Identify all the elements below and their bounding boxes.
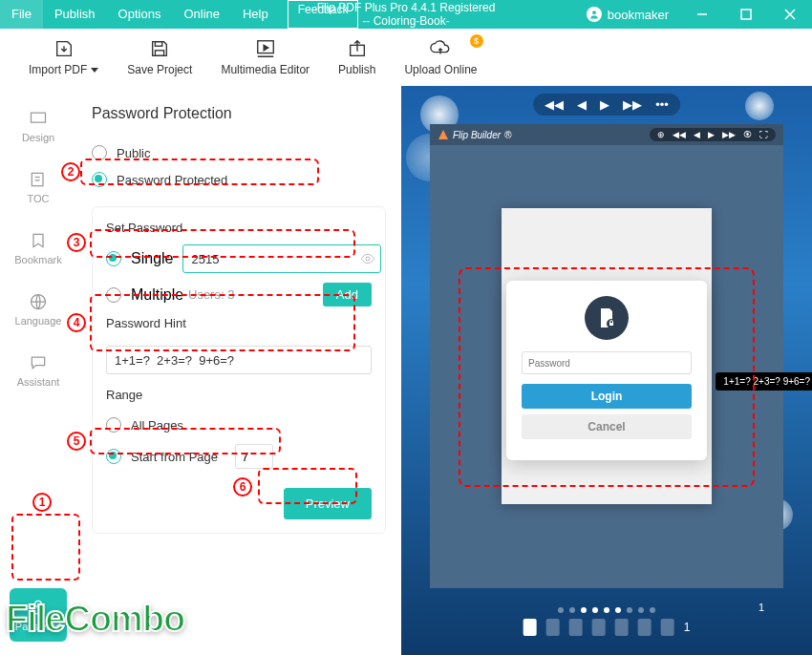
modal-password-input[interactable] bbox=[522, 351, 692, 374]
multimedia-editor-button[interactable]: Multimedia Editor bbox=[221, 38, 310, 76]
svg-rect-9 bbox=[32, 113, 46, 122]
tab-assistant[interactable]: Assistant bbox=[10, 344, 67, 397]
lock-document-icon bbox=[585, 296, 629, 340]
caret-down-icon bbox=[91, 68, 98, 73]
tab-language[interactable]: Language bbox=[10, 283, 67, 336]
nav-more-icon[interactable]: ••• bbox=[655, 97, 669, 112]
hint-tooltip: 1+1=? 2+3=? 9+6=? bbox=[716, 372, 812, 391]
save-project-button[interactable]: Save Project bbox=[127, 38, 192, 76]
radio-public[interactable]: Public bbox=[92, 139, 386, 166]
cancel-button[interactable]: Cancel bbox=[522, 414, 692, 439]
login-modal: Login Cancel bbox=[506, 281, 707, 460]
page-dots bbox=[558, 607, 655, 613]
fullscreen-icon[interactable]: ⛶ bbox=[759, 130, 768, 139]
maximize-button[interactable] bbox=[724, 0, 768, 29]
upload-online-button[interactable]: $ Upload Online bbox=[404, 38, 477, 76]
add-button[interactable]: Add bbox=[323, 283, 372, 306]
app-title: Flip PDF Plus Pro 4.4.1 Registered -- Co… bbox=[317, 1, 496, 28]
toolbar: Import PDF Save Project Multimedia Edito… bbox=[0, 29, 812, 86]
single-password-input[interactable] bbox=[182, 244, 381, 273]
page-indicator-right: 1 bbox=[759, 602, 764, 613]
next-page-icon[interactable]: ▶ bbox=[708, 130, 715, 139]
publish-button[interactable]: Publish bbox=[338, 38, 375, 76]
tab-toc[interactable]: TOC bbox=[10, 160, 67, 214]
panel-title: Password Protection bbox=[92, 105, 386, 122]
zoom-icon[interactable]: ⊕ bbox=[657, 130, 665, 139]
nav-first-icon[interactable]: ◀◀ bbox=[545, 97, 564, 112]
share-icon[interactable]: ⦿ bbox=[743, 130, 752, 139]
close-button[interactable] bbox=[768, 0, 812, 29]
radio-all-pages[interactable]: All Pages bbox=[106, 412, 372, 438]
svg-rect-17 bbox=[609, 323, 613, 326]
nav-last-icon[interactable]: ▶▶ bbox=[623, 97, 642, 112]
import-pdf-button[interactable]: Import PDF bbox=[29, 38, 98, 76]
watermark: FileCombo bbox=[6, 599, 184, 640]
svg-rect-10 bbox=[32, 173, 43, 185]
menu-help[interactable]: Help bbox=[231, 0, 280, 29]
eye-icon[interactable] bbox=[360, 251, 375, 266]
hint-label: Password Hint bbox=[106, 316, 372, 330]
tab-bookmark[interactable]: Bookmark bbox=[10, 222, 67, 275]
first-page-icon[interactable]: ◀◀ bbox=[673, 130, 686, 139]
users-count: Users: 3 bbox=[188, 287, 234, 302]
svg-point-15 bbox=[366, 257, 370, 261]
book-tools[interactable]: ⊕ ◀◀ ◀ ▶ ▶▶ ⦿ ⛶ bbox=[650, 128, 776, 141]
password-panel: Password Protection Public Password Prot… bbox=[76, 86, 401, 655]
menu-online[interactable]: Online bbox=[172, 0, 231, 29]
radio-protected[interactable]: Password Protected bbox=[92, 166, 386, 193]
flipbuilder-logo: Flip Builder® bbox=[438, 129, 511, 140]
title-bar: File Publish Options Online Help Feedbac… bbox=[0, 0, 812, 29]
avatar-icon bbox=[587, 7, 602, 22]
menu-options[interactable]: Options bbox=[107, 0, 173, 29]
current-page-num: 1 bbox=[684, 621, 691, 634]
prev-page-icon[interactable]: ◀ bbox=[694, 130, 700, 139]
minimize-button[interactable] bbox=[680, 0, 724, 29]
tab-design[interactable]: Design bbox=[10, 99, 67, 153]
thumb-active[interactable] bbox=[524, 619, 537, 636]
svg-rect-5 bbox=[156, 42, 162, 47]
svg-rect-2 bbox=[741, 10, 751, 19]
preview-pane: ◀◀ ◀ ▶ ▶▶ ••• Flip Builder® ⊕ ◀◀ ◀ ▶ ▶▶ … bbox=[401, 86, 812, 655]
page-thumbnails: 1 bbox=[524, 619, 691, 636]
start-page-input[interactable] bbox=[235, 444, 273, 469]
login-button[interactable]: Login bbox=[522, 384, 692, 409]
svg-point-0 bbox=[592, 11, 596, 14]
hint-input[interactable] bbox=[106, 346, 372, 374]
radio-start-from[interactable]: Start from Page bbox=[106, 438, 372, 475]
last-page-icon[interactable]: ▶▶ bbox=[722, 130, 736, 139]
side-tabs: Design TOC Bookmark Language Assistant P… bbox=[0, 86, 76, 655]
svg-rect-6 bbox=[156, 51, 164, 56]
dollar-badge-icon: $ bbox=[470, 34, 483, 48]
range-label: Range bbox=[106, 388, 372, 402]
nav-prev-icon[interactable]: ◀ bbox=[577, 97, 587, 112]
radio-multiple[interactable] bbox=[106, 287, 121, 303]
menu-file[interactable]: File bbox=[0, 0, 43, 29]
radio-single[interactable]: Single bbox=[106, 244, 372, 273]
menu-publish[interactable]: Publish bbox=[43, 0, 107, 29]
preview-nav: ◀◀ ◀ ▶ ▶▶ ••• bbox=[533, 94, 680, 116]
user-badge[interactable]: bookmaker bbox=[575, 7, 680, 22]
nav-next-icon[interactable]: ▶ bbox=[600, 97, 609, 112]
set-password-label: Set Password bbox=[106, 221, 372, 235]
preview-button[interactable]: Preview bbox=[284, 488, 372, 519]
